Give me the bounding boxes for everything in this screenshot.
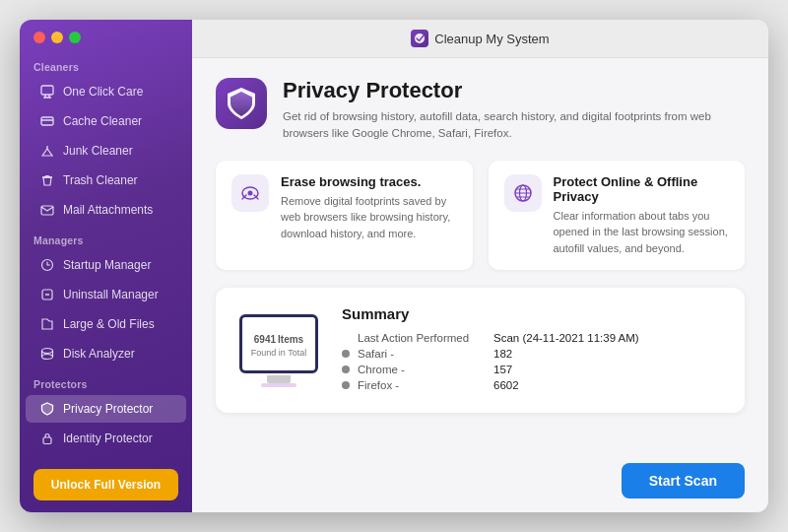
summary-row-firefox: Firefox - 6602 <box>342 379 721 391</box>
summary-value: 157 <box>493 364 512 375</box>
close-button[interactable] <box>33 32 45 43</box>
dot-safari <box>342 350 350 358</box>
globe-icon <box>504 174 542 212</box>
disk-icon <box>39 346 55 362</box>
uninstall-icon <box>39 287 55 302</box>
svg-line-8 <box>45 176 46 178</box>
sidebar-item-label: Junk Cleaner <box>63 144 133 158</box>
mail-icon <box>39 202 55 218</box>
app-window: Cleaners One Click Care Cache Cleaner <box>20 20 768 512</box>
eye-icon <box>231 174 269 212</box>
sidebar: Cleaners One Click Care Cache Cleaner <box>20 20 192 512</box>
main-footer: Start Scan <box>192 453 768 512</box>
feature-title: Privacy Protector <box>283 78 745 103</box>
sidebar-item-label: One Click Care <box>63 85 143 99</box>
broom-icon <box>39 143 55 159</box>
sidebar-item-one-click-care[interactable]: One Click Care <box>26 78 186 105</box>
main-body: Privacy Protector Get rid of browsing hi… <box>192 58 768 453</box>
main-content: Cleanup My System <box>192 20 768 512</box>
dot-firefox <box>342 381 350 389</box>
app-title: Cleanup My System <box>434 32 549 46</box>
svg-point-24 <box>248 190 253 195</box>
monitor-screen: 6941Items Found in Total <box>239 314 318 373</box>
card-desc: Remove digital footprints saved by web b… <box>281 193 457 242</box>
cleaners-section-label: Cleaners <box>20 51 192 77</box>
sidebar-item-label: Trash Cleaner <box>63 173 138 187</box>
summary-title: Summary <box>342 305 721 322</box>
summary-value: Scan (24-11-2021 11:39 AM) <box>493 332 639 344</box>
card-content: Erase browsing traces. Remove digital fo… <box>281 174 457 242</box>
card-content: Protect Online & Offline Privacy Clear i… <box>554 174 730 257</box>
sidebar-item-junk-cleaner[interactable]: Junk Cleaner <box>26 137 186 165</box>
startup-icon <box>39 257 55 273</box>
summary-monitor: 6941Items Found in Total <box>239 314 318 387</box>
summary-row-safari: Safari - 182 <box>342 348 721 360</box>
monitor-stand <box>267 375 291 383</box>
svg-rect-19 <box>43 437 51 444</box>
summary-value: 182 <box>493 348 512 360</box>
sidebar-item-label: Identity Protector <box>63 432 153 445</box>
summary-value: 6602 <box>493 379 519 391</box>
unlock-full-version-button[interactable]: Unlock Full Version <box>33 469 178 500</box>
sidebar-item-uninstall-manager[interactable]: Uninstall Manager <box>26 281 186 308</box>
svg-line-9 <box>49 176 50 178</box>
sidebar-item-label: Privacy Protector <box>63 402 153 416</box>
sidebar-item-large-old-files[interactable]: Large & Old Files <box>26 310 186 338</box>
svg-rect-0 <box>41 86 53 95</box>
maximize-button[interactable] <box>69 32 81 43</box>
sidebar-item-trash-cleaner[interactable]: Trash Cleaner <box>26 166 186 194</box>
managers-section-label: Managers <box>20 225 192 250</box>
dot-chrome <box>342 366 350 373</box>
app-header: Cleanup My System <box>192 20 768 58</box>
start-scan-button[interactable]: Start Scan <box>622 463 745 499</box>
sidebar-item-label: Startup Manager <box>63 258 151 272</box>
card-title: Erase browsing traces. <box>281 174 457 189</box>
sidebar-item-cache-cleaner[interactable]: Cache Cleaner <box>26 107 186 135</box>
item-count-label: Found in Total <box>251 348 306 358</box>
card-title: Protect Online & Offline Privacy <box>554 174 730 204</box>
feature-card-privacy: Protect Online & Offline Privacy Clear i… <box>489 161 746 271</box>
lock-icon <box>39 431 55 446</box>
svg-point-15 <box>42 355 53 360</box>
sidebar-item-label: Cache Cleaner <box>63 114 142 128</box>
sidebar-item-identity-protector[interactable]: Identity Protector <box>26 425 186 452</box>
sidebar-item-label: Large & Old Files <box>63 317 155 331</box>
monitor-base <box>261 383 296 387</box>
summary-box: 6941Items Found in Total Summary Last Ac… <box>216 288 745 413</box>
summary-key: Chrome - <box>358 364 486 375</box>
protectors-section-label: Protectors <box>20 368 192 394</box>
sidebar-item-label: Uninstall Manager <box>63 288 159 301</box>
feature-card-browsing: Erase browsing traces. Remove digital fo… <box>216 161 473 271</box>
minimize-button[interactable] <box>51 32 63 43</box>
computer-icon <box>39 84 55 100</box>
summary-key: Firefox - <box>358 379 486 391</box>
sidebar-item-startup-manager[interactable]: Startup Manager <box>26 251 186 279</box>
app-icon <box>411 30 428 47</box>
summary-key: Last Action Performed <box>358 332 486 344</box>
feature-header: Privacy Protector Get rid of browsing hi… <box>216 78 745 143</box>
summary-content: Summary Last Action Performed Scan (24-1… <box>342 305 721 395</box>
item-count: 6941Items <box>254 329 303 347</box>
trash-icon <box>39 172 55 188</box>
sidebar-item-privacy-protector[interactable]: Privacy Protector <box>26 395 186 423</box>
shield-icon <box>39 401 55 417</box>
sidebar-item-mail-attachments[interactable]: Mail Attachments <box>26 196 186 224</box>
feature-text: Privacy Protector Get rid of browsing hi… <box>283 78 745 143</box>
feature-cards: Erase browsing traces. Remove digital fo… <box>216 161 745 271</box>
files-icon <box>39 316 55 332</box>
sidebar-item-label: Disk Analyzer <box>63 347 135 361</box>
summary-row-action: Last Action Performed Scan (24-11-2021 1… <box>342 332 721 344</box>
card-desc: Clear information about tabs you opened … <box>554 208 730 257</box>
summary-row-chrome: Chrome - 157 <box>342 364 721 375</box>
feature-description: Get rid of browsing history, autofill da… <box>283 108 745 143</box>
cache-icon <box>39 113 55 129</box>
feature-icon-shield <box>216 78 267 133</box>
traffic-lights <box>20 20 192 51</box>
summary-key: Safari - <box>358 348 486 360</box>
svg-rect-4 <box>41 117 53 125</box>
sidebar-item-disk-analyzer[interactable]: Disk Analyzer <box>26 340 186 367</box>
svg-point-18 <box>42 349 53 354</box>
sidebar-item-label: Mail Attachments <box>63 203 153 217</box>
